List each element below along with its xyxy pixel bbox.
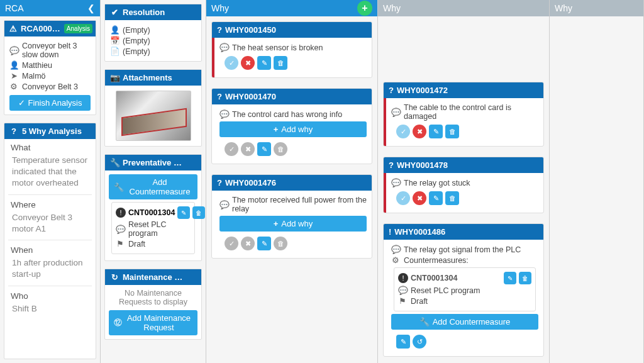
rca-card: ⚠ RCA000… Analysis 💬Conveyor belt 3 slow… <box>4 20 96 115</box>
comment-icon: 💬 <box>116 225 125 234</box>
refresh-icon: ↻ <box>110 272 119 282</box>
finish-analysis-button[interactable]: ✓ Finish Analysis <box>9 95 91 111</box>
comment-icon: 💬 <box>219 43 228 52</box>
delete-button[interactable]: 🗑 <box>274 142 287 156</box>
when-label: When <box>4 242 96 256</box>
location-icon: ➤ <box>9 71 18 81</box>
gear-icon: ⚙ <box>391 255 400 265</box>
approve-button[interactable]: ✓ <box>225 142 238 156</box>
rca-status-badge: Analysis <box>64 24 92 33</box>
what-text: Temperature sensor indicated that the mo… <box>4 154 96 193</box>
edit-button[interactable]: ✎ <box>429 125 443 138</box>
add-why-inline-button[interactable]: + Add why <box>219 216 367 232</box>
add-maintenance-button[interactable]: ⑫ Add Maintenance Request <box>109 310 197 335</box>
five-why-body: What Temperature sensor indicated that t… <box>4 139 96 318</box>
edit-cm-button[interactable]: ✎ <box>504 272 516 284</box>
resolution-panel: ✔Resolution 👤(Empty) 📅(Empty) 📄(Empty) <box>104 4 202 62</box>
alert-icon: ! <box>116 208 126 218</box>
where-text: Conveyor Belt 3 motor A1 <box>4 211 96 238</box>
why-card: ?WHY0001472 💬The cable to the control ca… <box>383 82 544 147</box>
reject-button[interactable]: ✖ <box>241 56 255 70</box>
preventative-panel: 🔧Preventative … 🔧 Add Countermeasure ! C… <box>104 154 202 261</box>
countermeasure-card: ! CNT0001304 ✎ 🗑 💬Reset PLC program ⚑Dra… <box>394 267 536 311</box>
flag-icon: ⚑ <box>398 296 407 306</box>
delete-button[interactable]: 🗑 <box>445 125 459 138</box>
edit-button[interactable]: ✎ <box>257 56 271 70</box>
comment-icon: 💬 <box>9 46 18 55</box>
check-icon: ✓ <box>18 98 25 108</box>
gear-icon: ⚙ <box>9 82 18 91</box>
user-icon: 👤 <box>9 60 18 70</box>
where-label: Where <box>4 196 96 211</box>
wrench-icon: 🔧 <box>114 182 124 192</box>
edit-button[interactable]: ✎ <box>396 335 410 349</box>
reject-button[interactable]: ✖ <box>241 142 255 156</box>
calendar-icon: 📅 <box>110 36 119 45</box>
user-icon: 👤 <box>110 25 119 35</box>
approve-button[interactable]: ✓ <box>225 56 238 70</box>
five-why-panel: ? 5 Why Analysis What Temperature sensor… <box>4 123 96 359</box>
comment-icon: 💬 <box>391 108 400 117</box>
comment-icon: 💬 <box>398 286 407 295</box>
delete-cm-button[interactable]: 🗑 <box>519 272 531 284</box>
collapse-left-icon[interactable]: ❮ <box>87 3 95 13</box>
wrench-icon: 🔧 <box>419 317 430 327</box>
rca-id: RCA000… <box>21 24 60 33</box>
rca-equipment: Conveyor Belt 3 <box>22 82 78 91</box>
what-label: What <box>4 139 96 154</box>
rca-header: RCA ❮ <box>0 0 100 16</box>
maintenance-empty: No Maintenance Requests to display <box>105 285 201 310</box>
rca-issue: Conveyor belt 3 slow down <box>22 42 91 59</box>
why-card-root: !WHY0001486 💬The relay got signal from t… <box>383 223 544 357</box>
rca-title: RCA <box>5 3 24 13</box>
rca-site: Malmö <box>22 72 46 81</box>
approve-button[interactable]: ✓ <box>396 191 410 205</box>
countermeasure-card: ! CNT0001304 ✎ 🗑 💬Reset PLC program ⚑Dra… <box>111 202 195 254</box>
why-card: ?WHY0001450 💬The heat sensor is broken ✓… <box>211 21 372 78</box>
cm-id: CNT0001304 <box>128 208 175 217</box>
edit-cm-button[interactable]: ✎ <box>177 206 190 219</box>
alert-icon: ! <box>398 273 408 283</box>
reject-button[interactable]: ✖ <box>241 237 255 250</box>
revert-button[interactable]: ↺ <box>413 335 426 349</box>
attachment-thumbnail[interactable] <box>116 91 191 141</box>
five-why-head: ? 5 Why Analysis <box>4 123 96 139</box>
add-why-inline-button[interactable]: + Add why <box>219 121 367 137</box>
why-card: ?WHY0001476 💬The motor received full pow… <box>211 174 372 259</box>
warning-icon: ⚠ <box>9 24 17 33</box>
wrench-icon: 🔧 <box>110 158 119 167</box>
check-circle-icon: ✔ <box>110 8 119 17</box>
plus-icon: ⑫ <box>114 317 122 328</box>
why-header-3: Why <box>550 0 643 16</box>
delete-button[interactable]: 🗑 <box>445 191 459 205</box>
why-header-1: Why + <box>206 0 377 16</box>
add-countermeasure-inline-button[interactable]: 🔧Add Countermeasure <box>391 314 538 330</box>
rca-user: Matthieu <box>22 61 52 70</box>
when-text: 1h after production start-up <box>4 256 96 284</box>
rca-card-head: ⚠ RCA000… Analysis <box>4 21 96 36</box>
comment-icon: 💬 <box>219 109 228 119</box>
maintenance-panel: ↻Maintenance … No Maintenance Requests t… <box>104 269 202 340</box>
attachments-panel: 📷Attachments <box>104 69 202 147</box>
who-text: Shift B <box>4 302 96 318</box>
why-card: ?WHY0001478 💬The relay got stuck ✓ ✖ ✎ 🗑 <box>383 157 544 213</box>
reject-button[interactable]: ✖ <box>413 125 426 138</box>
add-countermeasure-button[interactable]: 🔧 Add Countermeasure <box>109 174 197 199</box>
add-why-button[interactable]: + <box>357 1 372 16</box>
approve-button[interactable]: ✓ <box>396 125 410 138</box>
who-label: Who <box>4 288 96 302</box>
image-icon: 📷 <box>110 73 119 82</box>
delete-button[interactable]: 🗑 <box>274 237 287 250</box>
edit-button[interactable]: ✎ <box>429 191 443 205</box>
reject-button[interactable]: ✖ <box>413 191 426 205</box>
why-card: ?WHY0001470 💬The control card has wrong … <box>211 88 372 164</box>
comment-icon: 💬 <box>391 245 400 254</box>
delete-cm-button[interactable]: 🗑 <box>192 206 205 219</box>
edit-button[interactable]: ✎ <box>257 237 271 250</box>
note-icon: 📄 <box>110 47 119 56</box>
approve-button[interactable]: ✓ <box>225 237 238 250</box>
flag-icon: ⚑ <box>116 239 125 249</box>
edit-button[interactable]: ✎ <box>257 142 271 156</box>
comment-icon: 💬 <box>219 200 228 209</box>
delete-button[interactable]: 🗑 <box>274 56 287 70</box>
